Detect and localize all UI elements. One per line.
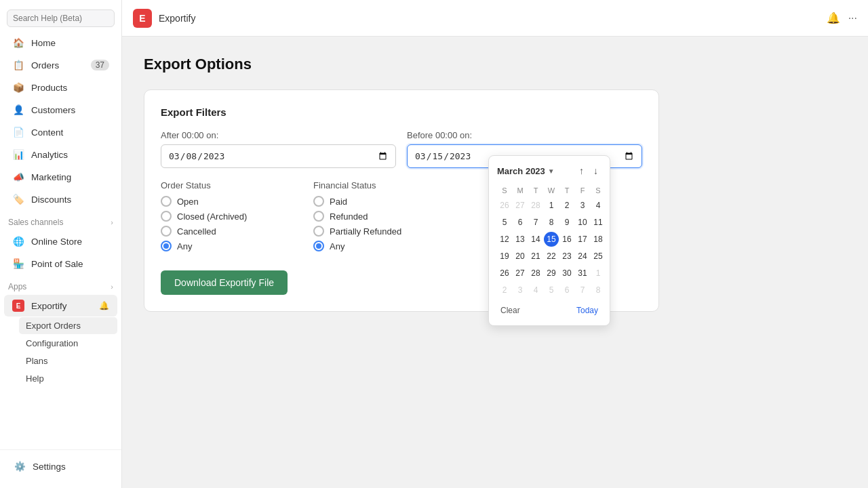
cal-day[interactable]: 7 <box>575 283 590 298</box>
sidebar-item-exportify[interactable]: E Exportify 🔔 <box>4 295 117 317</box>
apps-section: Apps › <box>0 275 121 294</box>
cal-day[interactable]: 20 <box>513 249 528 264</box>
sidebar-sub-item-plans[interactable]: Plans <box>19 352 117 369</box>
sidebar-item-home[interactable]: 🏠 Home <box>4 32 117 54</box>
cal-day[interactable]: 26 <box>497 198 512 213</box>
cal-day[interactable]: 5 <box>497 215 512 230</box>
sales-channels-section: Sales channels › <box>0 211 121 230</box>
order-status-any[interactable]: Any <box>161 241 300 251</box>
cal-day[interactable]: 18 <box>591 232 606 247</box>
cal-day[interactable]: 21 <box>528 249 543 264</box>
radio-fin-any[interactable] <box>313 241 324 251</box>
cal-day[interactable]: 8 <box>544 215 559 230</box>
sidebar-item-orders[interactable]: 📋 Orders 37 <box>4 54 117 76</box>
calendar-clear-button[interactable]: Clear <box>497 304 524 317</box>
cal-day[interactable]: 2 <box>497 283 512 298</box>
radio-open[interactable] <box>161 196 172 207</box>
cal-day[interactable]: 9 <box>559 215 574 230</box>
sidebar-search-area <box>0 5 121 31</box>
cal-day[interactable]: 30 <box>559 266 574 281</box>
option-label: Paid <box>330 197 347 207</box>
cal-day[interactable]: 29 <box>544 266 559 281</box>
sidebar-item-discounts[interactable]: 🏷️ Discounts <box>4 188 117 210</box>
online-store-icon: 🌐 <box>12 235 24 247</box>
cal-day[interactable]: 13 <box>513 232 528 247</box>
cal-day[interactable]: 3 <box>513 283 528 298</box>
radio-any[interactable] <box>161 241 172 251</box>
cal-day[interactable]: 14 <box>528 232 543 247</box>
cal-day[interactable]: 31 <box>575 266 590 281</box>
cal-day[interactable]: 16 <box>559 232 574 247</box>
download-button[interactable]: Download Exportify File <box>161 270 288 295</box>
sidebar-item-label: Content <box>31 127 63 138</box>
cal-day[interactable]: 19 <box>497 249 512 264</box>
radio-closed[interactable] <box>161 211 172 222</box>
cal-day[interactable]: 4 <box>591 198 606 213</box>
sidebar-item-point-of-sale[interactable]: 🏪 Point of Sale <box>4 253 117 274</box>
sidebar-item-customers[interactable]: 👤 Customers <box>4 99 117 121</box>
cal-day[interactable]: 26 <box>497 266 512 281</box>
cal-day[interactable]: 8 <box>591 283 606 298</box>
cal-day[interactable]: 4 <box>528 283 543 298</box>
sidebar-item-online-store[interactable]: 🌐 Online Store <box>4 230 117 252</box>
day-header-sat: S <box>591 184 606 197</box>
sidebar-sub-item-configuration[interactable]: Configuration <box>19 335 117 352</box>
after-date-input[interactable] <box>161 144 396 168</box>
radio-paid[interactable] <box>313 196 324 207</box>
cal-day[interactable]: 27 <box>513 266 528 281</box>
order-status-cancelled[interactable]: Cancelled <box>161 226 300 237</box>
cal-day[interactable]: 7 <box>528 215 543 230</box>
cal-day[interactable]: 3 <box>575 198 590 213</box>
option-label: Any <box>330 241 344 251</box>
financial-status-paid[interactable]: Paid <box>313 196 452 207</box>
cal-day[interactable]: 24 <box>575 249 590 264</box>
calendar-next-button[interactable]: ↓ <box>590 164 601 178</box>
sidebar-item-label: Marketing <box>31 172 71 182</box>
discounts-icon: 🏷️ <box>12 193 24 205</box>
cal-day-selected[interactable]: 15 <box>544 232 559 247</box>
cal-day[interactable]: 28 <box>528 266 543 281</box>
sidebar-item-settings[interactable]: ⚙️ Settings <box>5 455 116 477</box>
calendar-prev-button[interactable]: ↑ <box>576 164 587 178</box>
sidebar-item-label: Products <box>31 83 67 93</box>
cal-day[interactable]: 23 <box>559 249 574 264</box>
calendar-today-button[interactable]: Today <box>573 304 601 317</box>
analytics-icon: 📊 <box>12 148 24 161</box>
sidebar-sub-item-help[interactable]: Help <box>19 370 117 387</box>
cal-day[interactable]: 22 <box>544 249 559 264</box>
cal-day[interactable]: 10 <box>575 215 590 230</box>
sidebar-item-products[interactable]: 📦 Products <box>4 77 117 98</box>
cal-day[interactable]: 11 <box>591 215 606 230</box>
home-icon: 🏠 <box>12 37 24 49</box>
cal-day[interactable]: 6 <box>513 215 528 230</box>
content-icon: 📄 <box>12 126 24 138</box>
order-status-closed[interactable]: Closed (Archived) <box>161 211 300 222</box>
cal-day[interactable]: 17 <box>575 232 590 247</box>
cal-day[interactable]: 25 <box>591 249 606 264</box>
radio-cancelled[interactable] <box>161 226 172 237</box>
cal-day[interactable]: 1 <box>591 266 606 281</box>
calendar-navigation: ↑ ↓ <box>576 164 601 178</box>
cal-day[interactable]: 6 <box>559 283 574 298</box>
cal-day[interactable]: 5 <box>544 283 559 298</box>
sidebar-item-marketing[interactable]: 📣 Marketing <box>4 166 117 188</box>
bell-icon[interactable]: 🔔 <box>827 12 840 24</box>
sidebar-item-label: Home <box>31 38 56 48</box>
sidebar-sub-item-export-orders[interactable]: Export Orders <box>19 317 117 334</box>
financial-status-refunded[interactable]: Refunded <box>313 211 452 222</box>
cal-day[interactable]: 27 <box>513 198 528 213</box>
search-input[interactable] <box>7 9 115 27</box>
cal-day[interactable]: 1 <box>544 198 559 213</box>
cal-day[interactable]: 2 <box>559 198 574 213</box>
radio-partial[interactable] <box>313 226 324 237</box>
radio-refunded[interactable] <box>313 211 324 222</box>
cal-day[interactable]: 12 <box>497 232 512 247</box>
sidebar-footer: ⚙️ Settings <box>0 449 121 483</box>
financial-status-partial[interactable]: Partially Refunded <box>313 226 452 237</box>
sidebar-item-analytics[interactable]: 📊 Analytics <box>4 144 117 165</box>
more-icon[interactable]: ··· <box>848 12 857 24</box>
financial-status-any[interactable]: Any <box>313 241 452 251</box>
cal-day[interactable]: 28 <box>528 198 543 213</box>
order-status-open[interactable]: Open <box>161 196 300 207</box>
sidebar-item-content[interactable]: 📄 Content <box>4 121 117 143</box>
